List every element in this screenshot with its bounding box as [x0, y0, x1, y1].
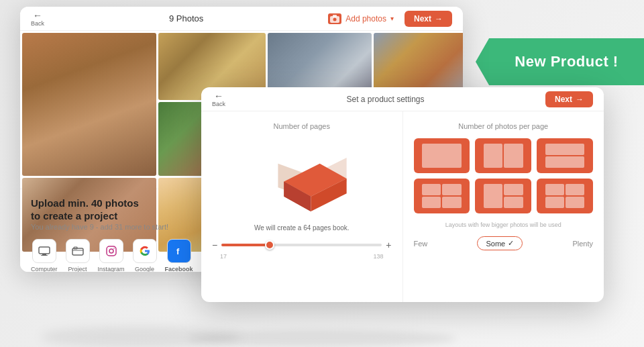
google-icon-circle [133, 239, 157, 263]
source-project[interactable]: Project [66, 239, 90, 272]
layout-6-inner [545, 184, 585, 208]
facebook-icon-circle: f [167, 239, 191, 263]
layout-option-2[interactable] [475, 138, 531, 173]
instagram-label: Instagram [98, 266, 125, 272]
next-arrow-icon: → [435, 14, 443, 23]
layout-1-inner [422, 144, 462, 168]
settings-window: ← Back Set a product settings Next → Num… [201, 87, 604, 302]
back-button[interactable]: ← Back [31, 11, 44, 27]
new-product-text: New Product ! [515, 53, 618, 70]
source-instagram[interactable]: Instagram [98, 239, 125, 272]
svg-point-9 [109, 249, 113, 253]
layout-cell-5c [504, 197, 523, 208]
layout-cell-1 [422, 144, 462, 168]
photo-count: 9 Photos [169, 13, 203, 23]
svg-rect-8 [107, 246, 116, 256]
slider-minus-button[interactable]: − [212, 240, 217, 250]
layout-cell-3a [545, 144, 585, 155]
svg-rect-3 [39, 247, 50, 254]
layout-grid [414, 138, 594, 213]
slider-track[interactable] [221, 244, 382, 246]
layout-cell-6a [545, 184, 564, 195]
layout-cell-2b [504, 144, 523, 168]
layout-cell-5a [484, 184, 502, 208]
settings-back-label: Back [212, 101, 225, 107]
layout-option-5[interactable] [475, 179, 531, 213]
layout-cell-2a [484, 144, 502, 168]
pages-info: We will create a 64 pages book. [254, 224, 350, 232]
layout-cell-4b [442, 184, 461, 195]
plenty-label[interactable]: Plenty [572, 240, 593, 248]
layout-cell-6d [566, 197, 584, 208]
source-google[interactable]: Google [133, 239, 157, 272]
window2-header: ← Back Set a product settings Next → [201, 87, 604, 111]
book-illustration [248, 138, 356, 219]
slider-labels: 17 138 [212, 253, 392, 260]
layout-cell-6c [545, 197, 564, 208]
few-label[interactable]: Few [414, 240, 428, 248]
computer-label: Computer [31, 266, 58, 272]
project-icon-circle [66, 239, 90, 263]
slider-thumb[interactable] [265, 240, 274, 250]
settings-next-label: Next [555, 95, 572, 104]
svg-point-2 [333, 17, 337, 21]
few-some-plenty-selector: Few Some ✓ Plenty [414, 236, 594, 250]
layout-cell-4d [442, 197, 461, 208]
next-label: Next [414, 14, 431, 23]
photo-cell-desert [22, 33, 156, 176]
layout-cell-4a [422, 184, 441, 195]
shadow-decoration-2 [188, 330, 456, 347]
some-label: Some [486, 240, 505, 248]
photos-panel-title: Number of photos per page [414, 122, 594, 130]
instagram-icon-circle [99, 239, 123, 263]
layout-cell-3b [545, 156, 585, 168]
slider-max-label: 138 [373, 253, 383, 260]
source-facebook[interactable]: f Facebook [165, 239, 193, 272]
layout-option-6[interactable] [537, 179, 593, 213]
some-selected[interactable]: Some ✓ [477, 236, 523, 250]
photos-panel: Number of photos per page [403, 111, 604, 302]
slider-min-label: 17 [220, 253, 227, 260]
slider-fill [221, 244, 270, 246]
settings-title: Set a product settings [346, 95, 424, 104]
layout-3-inner [545, 144, 585, 168]
next-button[interactable]: Next → [405, 11, 452, 27]
svg-rect-5 [41, 255, 48, 256]
some-checkmark: ✓ [508, 239, 514, 248]
layout-5-inner [484, 184, 523, 208]
window1-header: ← Back 9 Photos Add photos ▾ Next → [20, 7, 463, 31]
computer-icon-circle [32, 239, 56, 263]
facebook-label: Facebook [165, 266, 193, 272]
source-computer[interactable]: Computer [31, 239, 58, 272]
pages-panel: Number of pages [201, 111, 403, 302]
layout-cell-6b [566, 184, 584, 195]
new-product-banner: New Product ! [476, 38, 644, 85]
project-label: Project [68, 266, 87, 272]
back-label: Back [31, 20, 44, 27]
layout-2-inner [484, 144, 523, 168]
svg-text:f: f [176, 246, 180, 256]
google-label: Google [135, 266, 154, 272]
slider-plus-button[interactable]: + [386, 240, 391, 250]
settings-content: Number of pages [201, 111, 604, 302]
add-photos-chevron: ▾ [390, 15, 394, 22]
svg-rect-4 [42, 254, 46, 255]
layout-option-1[interactable] [414, 138, 470, 173]
settings-back-button[interactable]: ← Back [212, 91, 225, 107]
slider-container[interactable]: − + [212, 240, 392, 250]
layout-4-inner [422, 184, 462, 208]
settings-back-arrow: ← [214, 91, 223, 101]
layout-option-4[interactable] [414, 179, 470, 213]
add-photos-label: Add photos [345, 14, 386, 23]
add-photos-button[interactable]: Add photos ▾ [328, 13, 394, 24]
add-photos-icon [328, 13, 341, 24]
layouts-info: Layouts with few bigger photos will be u… [414, 221, 594, 228]
layout-cell-5b [504, 184, 523, 195]
svg-rect-1 [333, 15, 337, 17]
layout-option-3[interactable] [537, 138, 593, 173]
settings-next-arrow: → [576, 95, 584, 104]
settings-next-button[interactable]: Next → [545, 91, 593, 107]
svg-point-10 [113, 248, 115, 249]
pages-panel-title: Number of pages [274, 122, 330, 130]
back-arrow-icon: ← [33, 11, 42, 20]
